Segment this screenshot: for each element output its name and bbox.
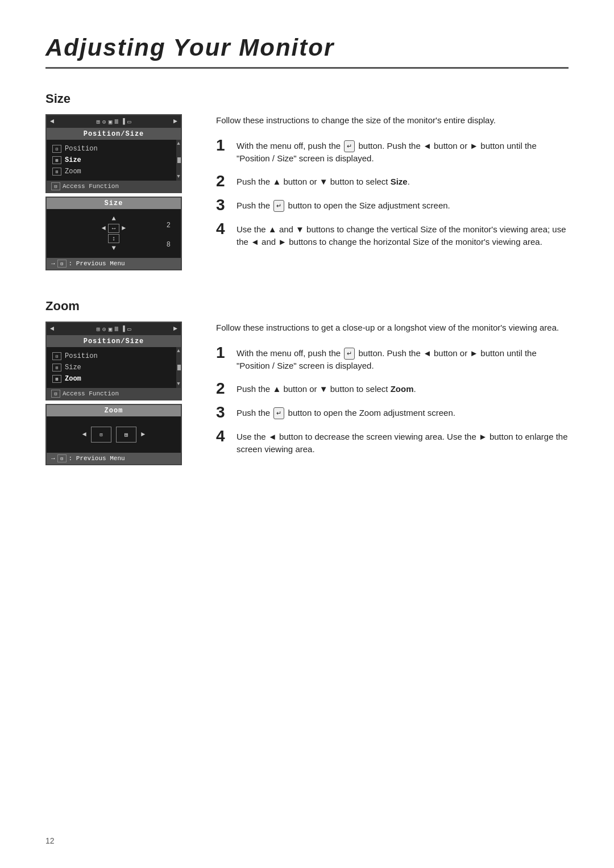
zoom-bold: Zoom bbox=[391, 384, 414, 394]
size-sub-content: ▲ ◄ ↔ ► ↕ ▼ 2 8 bbox=[47, 209, 181, 258]
step-num-4: 4 bbox=[216, 221, 229, 237]
z-scroll-up-icon: ▲ bbox=[177, 348, 180, 354]
right-arrow-icon: ► bbox=[173, 118, 177, 126]
size-menu-item-size: ⊞ Size bbox=[52, 155, 171, 166]
zoom-step-1: 1 With the menu off, push the ↵ button. … bbox=[216, 345, 569, 373]
size-label: Size bbox=[65, 156, 81, 164]
zoom-box-small: ⊡ bbox=[91, 427, 111, 443]
access-label: Access Function bbox=[63, 183, 119, 190]
zoom-steps-list: 1 With the menu off, push the ↵ button. … bbox=[216, 345, 569, 456]
icon5: ▐ bbox=[121, 118, 125, 126]
z-icon3: ▣ bbox=[109, 326, 113, 333]
size-osd-menu-row: ⊟ Position ⊞ Size ⊠ Zoom bbox=[47, 140, 181, 181]
zoom-step-4: 4 Use the ◄ button to decrease the scree… bbox=[216, 428, 569, 456]
z-step-text-1: With the menu off, push the ↵ button. Pu… bbox=[237, 345, 569, 373]
z-left-arrow: ◄ bbox=[82, 431, 86, 439]
z-size-label: Size bbox=[65, 364, 81, 372]
size-step-1: 1 With the menu off, push the ↵ button. … bbox=[216, 137, 569, 165]
zoom-right-arrow-icon: ► bbox=[173, 325, 177, 333]
position-icon: ⊟ bbox=[52, 145, 61, 153]
size-section: Size ◄ ⊞ ⊙ ▣ Ⅲ ▐ ▭ bbox=[45, 91, 569, 270]
scroll-up-icon: ▲ bbox=[177, 141, 180, 147]
z-icon1: ⊞ bbox=[96, 326, 100, 333]
size-adjust-row-top: ◄ ↔ ► bbox=[102, 224, 126, 233]
step-num-3: 3 bbox=[216, 197, 229, 213]
zoom-right-col: Follow these instructions to get a close… bbox=[216, 322, 569, 465]
up-arrow: ▲ bbox=[111, 215, 115, 223]
z-enter-btn-3: ↵ bbox=[273, 407, 284, 419]
size-sub-title: Size bbox=[47, 198, 181, 209]
icon2: ⊙ bbox=[102, 118, 106, 126]
zoom-left-arrow-icon: ◄ bbox=[50, 325, 54, 333]
zoom-adjust-row: ◄ ⊡ ⊞ ► bbox=[47, 416, 181, 453]
step-text-1: With the menu off, push the ↵ button. Pu… bbox=[237, 137, 569, 165]
size-access-bar: ⊟ Access Function bbox=[47, 181, 181, 192]
zoom-box-large: ⊞ bbox=[116, 427, 136, 443]
zoom-menu-item-zoom: ⊠ Zoom bbox=[52, 373, 171, 385]
z-access-label: Access Function bbox=[63, 390, 119, 397]
z-zoom-label: Zoom bbox=[65, 375, 81, 383]
size-intro: Follow these instructions to change the … bbox=[216, 114, 569, 127]
z-step-text-4: Use the ◄ button to decrease the screen … bbox=[237, 428, 569, 456]
size-osd-title: Position/Size bbox=[47, 128, 181, 140]
z-access-icon: ⊟ bbox=[51, 390, 60, 398]
access-icon: ⊟ bbox=[51, 182, 60, 190]
zoom-osd-menu: ◄ ⊞ ⊙ ▣ Ⅲ ▐ ▭ ► Position/Size bbox=[45, 322, 182, 400]
z-step-text-3: Push the ↵ button to open the Zoom adjus… bbox=[237, 404, 455, 420]
step-num-1: 1 bbox=[216, 137, 229, 153]
prev-menu-icon: ⊟ bbox=[57, 260, 67, 268]
size-sub-panel: Size ▲ ◄ ↔ ► ↕ ▼ bbox=[45, 197, 182, 270]
left-arrow-icon: ◄ bbox=[50, 118, 54, 126]
size-osd-menu-content: ⊟ Position ⊞ Size ⊠ Zoom bbox=[47, 140, 176, 181]
zoom-osd-topbar: ◄ ⊞ ⊙ ▣ Ⅲ ▐ ▭ ► bbox=[47, 323, 181, 336]
size-icon: ⊞ bbox=[52, 156, 61, 164]
z-step-num-1: 1 bbox=[216, 345, 229, 361]
prev-menu-arrow-icon: → bbox=[51, 260, 55, 267]
scroll-down-icon: ▼ bbox=[177, 174, 180, 180]
size-osd-menu: ◄ ⊞ ⊙ ▣ Ⅲ ▐ ▭ ► Position/Size bbox=[45, 114, 182, 193]
size-value-horiz: ↔ bbox=[108, 224, 119, 233]
step-text-3: Push the ↵ button to open the Size adjus… bbox=[237, 197, 450, 212]
zoom-icon: ⊠ bbox=[52, 168, 61, 176]
zoom-osd-menu-row: ⊟ Position ⊞ Size ⊠ Zoom bbox=[47, 347, 181, 388]
size-adjust-arrows: ▲ ◄ ↔ ► ↕ ▼ bbox=[102, 215, 126, 252]
size-step-3: 3 Push the ↵ button to open the Size adj… bbox=[216, 197, 569, 213]
size-right-col: Follow these instructions to change the … bbox=[216, 114, 569, 270]
zoom-section: Zoom ◄ ⊞ ⊙ ▣ Ⅲ ▐ ▭ bbox=[45, 299, 569, 465]
z-icon2: ⊙ bbox=[102, 326, 106, 333]
size-osd-items: ⊟ Position ⊞ Size ⊠ Zoom bbox=[47, 140, 176, 181]
z-size-icon: ⊞ bbox=[52, 364, 61, 372]
size-prev-menu: → ⊟ : Previous Menu bbox=[47, 258, 181, 269]
z-icon6: ▭ bbox=[127, 326, 131, 333]
size-value-1: 2 bbox=[167, 222, 171, 229]
size-step-2: 2 Push the ▲ button or ▼ button to selec… bbox=[216, 173, 569, 189]
zoom-menu-item-position: ⊟ Position bbox=[52, 350, 171, 362]
icon3: ▣ bbox=[109, 118, 113, 126]
z-scroll-indicator bbox=[177, 365, 181, 370]
step-num-2: 2 bbox=[216, 173, 229, 189]
z-position-icon: ⊟ bbox=[52, 352, 61, 360]
z-step-text-2: Push the ▲ button or ▼ button to select … bbox=[237, 381, 416, 396]
size-section-block: ◄ ⊞ ⊙ ▣ Ⅲ ▐ ▭ ► Position/Size bbox=[45, 114, 569, 270]
zoom-osd-menu-content: ⊟ Position ⊞ Size ⊠ Zoom bbox=[47, 347, 176, 388]
zoom-osd-items: ⊟ Position ⊞ Size ⊠ Zoom bbox=[47, 347, 176, 388]
zoom-scrollbar: ▲ ▼ bbox=[176, 347, 181, 388]
size-heading: Size bbox=[45, 91, 569, 106]
icon6: ▭ bbox=[127, 118, 131, 126]
size-menu-item-position: ⊟ Position bbox=[52, 143, 171, 155]
icon1: ⊞ bbox=[96, 118, 100, 126]
left-arrow: ◄ bbox=[102, 224, 106, 232]
z-scroll-down-icon: ▼ bbox=[177, 381, 180, 387]
z-step-num-2: 2 bbox=[216, 381, 229, 397]
enter-btn-1: ↵ bbox=[344, 140, 355, 152]
zoom-heading: Zoom bbox=[45, 299, 569, 314]
size-bold: Size bbox=[391, 177, 408, 186]
down-arrow: ▼ bbox=[111, 244, 115, 252]
zoom-osd-title: Position/Size bbox=[47, 336, 181, 347]
scroll-indicator bbox=[177, 157, 181, 163]
zoom-menu-item-size: ⊞ Size bbox=[52, 362, 171, 373]
zoom-osd-topbar-icons: ⊞ ⊙ ▣ Ⅲ ▐ ▭ bbox=[96, 326, 131, 333]
size-left-col: ◄ ⊞ ⊙ ▣ Ⅲ ▐ ▭ ► Position/Size bbox=[45, 114, 193, 270]
size-step-4: 4 Use the ▲ and ▼ buttons to change the … bbox=[216, 221, 569, 249]
size-value-vert: ↕ bbox=[108, 234, 119, 243]
